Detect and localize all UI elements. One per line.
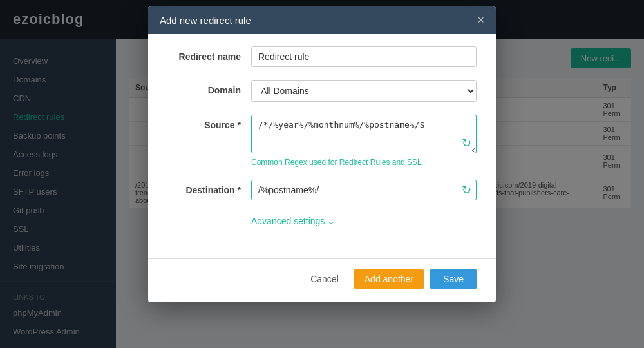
destination-field: ↻: [251, 180, 477, 200]
advanced-settings-row: Advanced settings ⌄: [167, 213, 477, 226]
domain-label: Domain: [167, 80, 251, 95]
redirect-name-row: Redirect name: [167, 46, 477, 67]
modal-title: Add new redirect rule: [160, 15, 251, 26]
destination-label: Destination *: [167, 180, 251, 195]
modal-footer: Cancel Add another Save: [148, 269, 496, 302]
modal-close-button[interactable]: ×: [477, 14, 484, 26]
source-row: Source * /*/%year%/%monthnum%/%postname%…: [167, 115, 477, 167]
redirect-name-input[interactable]: [251, 46, 477, 67]
source-textarea[interactable]: /*/%year%/%monthnum%/%postname%/$: [251, 115, 477, 153]
source-label: Source *: [167, 115, 251, 130]
modal-body: Redirect name Domain All Domains Source …: [148, 34, 496, 252]
domain-select[interactable]: All Domains: [251, 80, 477, 102]
modal-overlay: Add new redirect rule × Redirect name Do…: [0, 0, 644, 348]
add-another-button[interactable]: Add another: [354, 269, 424, 289]
destination-wrapper: ↻: [251, 180, 477, 200]
redirect-name-field: [251, 46, 477, 67]
cancel-button[interactable]: Cancel: [301, 269, 348, 289]
modal-header: Add new redirect rule ×: [148, 6, 496, 34]
advanced-settings-toggle[interactable]: Advanced settings ⌄: [251, 213, 335, 226]
destination-refresh-icon[interactable]: ↻: [462, 183, 471, 197]
source-field: /*/%year%/%monthnum%/%postname%/$ ↻ Comm…: [251, 115, 477, 167]
modal: Add new redirect rule × Redirect name Do…: [148, 6, 496, 302]
source-textarea-wrapper: /*/%year%/%monthnum%/%postname%/$ ↻: [251, 115, 477, 155]
modal-divider: [148, 258, 496, 259]
destination-input[interactable]: [251, 180, 477, 200]
domain-row: Domain All Domains: [167, 80, 477, 102]
regex-link[interactable]: Common Regex used for Redirect Rules and…: [251, 158, 477, 167]
redirect-name-label: Redirect name: [167, 46, 251, 62]
domain-field: All Domains: [251, 80, 477, 102]
source-refresh-icon[interactable]: ↻: [462, 136, 471, 150]
destination-row: Destination * ↻: [167, 180, 477, 200]
save-button[interactable]: Save: [430, 269, 477, 289]
